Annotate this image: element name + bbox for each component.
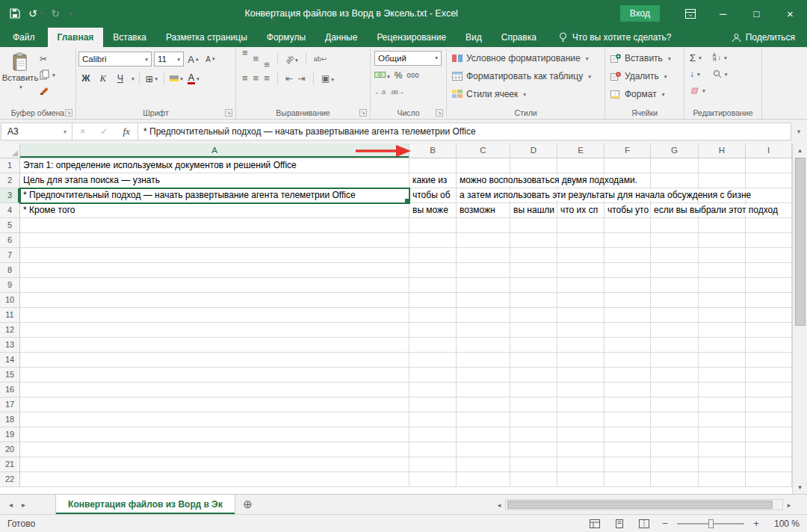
row-header-17[interactable]: 17 <box>0 398 20 412</box>
cell-F21[interactable] <box>605 457 651 472</box>
fill-button[interactable]: ↓▾ <box>690 68 705 80</box>
cell-C14[interactable] <box>457 353 510 368</box>
cell-H18[interactable] <box>699 412 746 427</box>
cell-B17[interactable] <box>409 398 457 412</box>
cell-G16[interactable] <box>651 383 699 398</box>
cell-G8[interactable] <box>651 263 699 278</box>
row-header-3[interactable]: 3 <box>0 188 20 203</box>
format-painter-button[interactable] <box>40 84 55 96</box>
cell-E22[interactable] <box>557 472 605 487</box>
decrease-decimal-button[interactable]: .00→ <box>390 89 404 96</box>
cell-F22[interactable] <box>605 472 651 487</box>
format-cells-button[interactable]: Формат▾ <box>607 85 681 103</box>
cell-G11[interactable] <box>651 308 699 323</box>
cell-A20[interactable] <box>20 442 409 457</box>
cell-I12[interactable] <box>746 323 792 338</box>
row-header-2[interactable]: 2 <box>0 173 20 188</box>
cell-F6[interactable] <box>605 233 651 248</box>
delete-cells-button[interactable]: Удалить▾ <box>607 67 681 85</box>
cell-F15[interactable] <box>605 368 651 383</box>
page-break-view-button[interactable] <box>635 516 653 531</box>
cell-B16[interactable] <box>409 383 457 398</box>
cell-I2[interactable] <box>746 173 792 188</box>
cell-G1[interactable] <box>651 158 699 173</box>
cell-D11[interactable] <box>510 308 557 323</box>
cell-D9[interactable] <box>510 278 557 293</box>
cell-G18[interactable] <box>651 412 699 427</box>
dialog-launcher-icon[interactable]: ↘ <box>359 109 367 117</box>
increase-indent-button[interactable]: ⇥ <box>298 73 306 84</box>
chevron-down-icon[interactable]: ▾ <box>58 129 72 135</box>
cell-D22[interactable] <box>510 472 557 487</box>
cell-D4[interactable]: вы нашли <box>510 203 557 218</box>
cell-D20[interactable] <box>510 442 557 457</box>
column-header-D[interactable]: D <box>510 143 557 158</box>
cell-A14[interactable] <box>20 353 409 368</box>
cell-B14[interactable] <box>409 353 457 368</box>
insert-function-button[interactable]: fx <box>123 126 130 137</box>
cell-D16[interactable] <box>510 383 557 398</box>
row-header-11[interactable]: 11 <box>0 308 20 323</box>
cell-G17[interactable] <box>651 398 699 412</box>
cell-C2[interactable]: можно воспользоваться двумя подходами. <box>457 173 510 188</box>
tab-help[interactable]: Справка <box>492 28 546 47</box>
cell-A8[interactable] <box>20 263 409 278</box>
cell-C15[interactable] <box>457 368 510 383</box>
previous-sheet-icon[interactable]: ◂ <box>9 501 13 509</box>
column-header-H[interactable]: H <box>699 143 746 158</box>
column-header-B[interactable]: B <box>409 143 457 158</box>
cell-styles-button[interactable]: Стили ячеек▾ <box>449 85 602 103</box>
column-header-F[interactable]: F <box>605 143 651 158</box>
sheet-tab-active[interactable]: Конвертация файлов из Ворд в Эк <box>55 495 235 514</box>
cell-I14[interactable] <box>746 353 792 368</box>
currency-format-button[interactable]: ▾ <box>374 70 390 81</box>
share-button[interactable]: Поделиться <box>720 32 807 47</box>
scroll-down-icon[interactable]: ▾ <box>798 480 802 494</box>
cell-C3[interactable]: а затем использовать эти результаты для … <box>457 188 510 203</box>
row-header-19[interactable]: 19 <box>0 427 20 442</box>
cell-D21[interactable] <box>510 457 557 472</box>
zoom-out-button[interactable]: − <box>660 518 670 529</box>
cell-F8[interactable] <box>605 263 651 278</box>
cell-H11[interactable] <box>699 308 746 323</box>
name-box[interactable]: A3 ▾ <box>1 123 72 140</box>
cell-E12[interactable] <box>557 323 605 338</box>
cell-A11[interactable] <box>20 308 409 323</box>
tab-view[interactable]: Вид <box>456 28 492 47</box>
maximize-button[interactable]: □ <box>740 0 773 27</box>
select-all-corner[interactable] <box>0 143 20 158</box>
cell-C4[interactable]: возможн <box>457 203 510 218</box>
scroll-left-icon[interactable]: ◂ <box>493 501 505 509</box>
increase-decimal-button[interactable]: ←.0 <box>374 89 386 96</box>
cell-F4[interactable]: чтобы уто <box>605 203 651 218</box>
cell-E5[interactable] <box>557 218 605 233</box>
horizontal-scrollbar[interactable]: ◂ ▸ <box>493 498 795 511</box>
cell-F14[interactable] <box>605 353 651 368</box>
cell-C16[interactable] <box>457 383 510 398</box>
cell-D7[interactable] <box>510 248 557 263</box>
row-header-9[interactable]: 9 <box>0 278 20 293</box>
sort-filter-button[interactable]: АЯ↓▾ <box>713 52 728 64</box>
cell-B22[interactable] <box>409 472 457 487</box>
cell-E16[interactable] <box>557 383 605 398</box>
cell-C7[interactable] <box>457 248 510 263</box>
tab-formulas[interactable]: Формулы <box>257 28 315 47</box>
cell-E11[interactable] <box>557 308 605 323</box>
cell-D18[interactable] <box>510 412 557 427</box>
cancel-entry-button[interactable]: × <box>80 126 85 137</box>
copy-button[interactable]: ▾ <box>40 69 55 81</box>
cell-I13[interactable] <box>746 338 792 353</box>
cell-I5[interactable] <box>746 218 792 233</box>
align-right-button[interactable]: ≡ <box>264 75 270 82</box>
cell-D15[interactable] <box>510 368 557 383</box>
cell-B15[interactable] <box>409 368 457 383</box>
row-header-13[interactable]: 13 <box>0 338 20 353</box>
cell-G15[interactable] <box>651 368 699 383</box>
row-header-8[interactable]: 8 <box>0 263 20 278</box>
bold-button[interactable]: Ж <box>78 71 93 86</box>
dialog-launcher-icon[interactable]: ↘ <box>225 109 232 117</box>
qat-customize-button[interactable]: ▾ <box>68 10 73 17</box>
cell-H15[interactable] <box>699 368 746 383</box>
cell-G9[interactable] <box>651 278 699 293</box>
cell-A6[interactable] <box>20 233 409 248</box>
